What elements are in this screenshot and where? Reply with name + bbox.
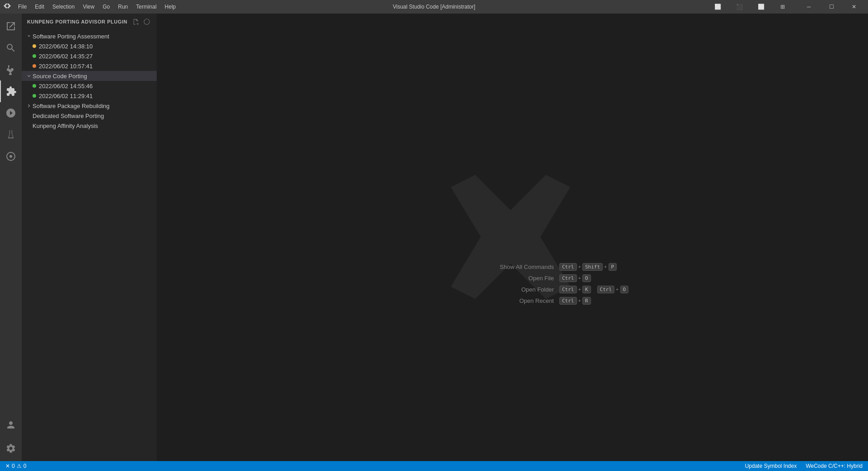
porting-1-label: 2022/06/02 14:55:46 bbox=[39, 83, 153, 89]
vscode-icon bbox=[4, 3, 11, 10]
tree-item-kunpeng-affinity[interactable]: Kunpeng Affinity Analysis bbox=[22, 121, 157, 131]
kbd-shift: Shift bbox=[582, 263, 602, 271]
menu-file[interactable]: File bbox=[14, 3, 30, 11]
kunpeng-affinity-label: Kunpeng Affinity Analysis bbox=[33, 122, 153, 129]
activity-settings[interactable] bbox=[0, 438, 22, 459]
activity-bar bbox=[0, 14, 22, 461]
sidebar-header-actions bbox=[131, 17, 151, 26]
shortcut-show-all-commands: Show All Commands Ctrl + Shift + P bbox=[499, 263, 628, 271]
layout-btn-1[interactable]: ⬜ bbox=[707, 0, 728, 14]
close-button[interactable]: ✕ bbox=[844, 0, 864, 14]
main-container: KUNPENG PORTING ADVISOR PLUGIN Software … bbox=[0, 14, 868, 461]
dedicated-software-porting-label: Dedicated Software Porting bbox=[33, 113, 153, 119]
layout-btn-4[interactable]: ⊞ bbox=[772, 0, 793, 14]
update-symbol-index-label: Update Symbol Index bbox=[745, 463, 797, 469]
error-icon: ✕ bbox=[5, 463, 10, 469]
tree-item-dedicated-software-porting[interactable]: Dedicated Software Porting bbox=[22, 111, 157, 121]
tree-item-assessment-2[interactable]: 2022/06/02 14:35:27 bbox=[22, 51, 157, 61]
menu-edit[interactable]: Edit bbox=[31, 3, 48, 11]
new-file-button[interactable] bbox=[131, 17, 140, 26]
svg-point-0 bbox=[9, 155, 12, 158]
tree-item-software-porting-assessment[interactable]: Software Porting Assessment bbox=[22, 31, 157, 41]
chevron-down-icon-2 bbox=[25, 72, 33, 80]
kbd-ctrl-3: Ctrl bbox=[559, 286, 577, 293]
chevron-right-icon bbox=[25, 102, 33, 109]
menu-help[interactable]: Help bbox=[161, 3, 180, 11]
kbd-r: R bbox=[582, 297, 591, 305]
open-file-keys: Ctrl + O bbox=[559, 274, 591, 282]
status-dot-yellow bbox=[33, 44, 36, 48]
update-symbol-index[interactable]: Update Symbol Index bbox=[743, 463, 798, 469]
kbd-ctrl-4: Ctrl bbox=[597, 286, 615, 293]
kbd-p-1: P bbox=[608, 263, 617, 271]
sidebar: KUNPENG PORTING ADVISOR PLUGIN Software … bbox=[22, 14, 157, 461]
kbd-k: K bbox=[582, 286, 591, 293]
activity-run-debug[interactable] bbox=[0, 102, 22, 124]
tree-item-assessment-3[interactable]: 2022/06/02 10:57:41 bbox=[22, 61, 157, 71]
menu-run[interactable]: Run bbox=[114, 3, 131, 11]
language-mode[interactable]: WeCode C/C++: Hybrid bbox=[804, 463, 864, 469]
activity-search[interactable] bbox=[0, 37, 22, 59]
activity-extensions[interactable] bbox=[0, 80, 22, 102]
activity-explorer[interactable] bbox=[0, 15, 22, 37]
language-mode-label: WeCode C/C++: Hybrid bbox=[806, 463, 863, 469]
new-report-icon[interactable] bbox=[138, 72, 145, 80]
layout-btn-2[interactable]: ⬛ bbox=[729, 0, 750, 14]
activity-bar-bottom bbox=[0, 414, 22, 459]
warning-icon: ⚠ bbox=[17, 463, 22, 469]
shortcut-open-file: Open File Ctrl + O bbox=[499, 274, 628, 282]
sidebar-title: KUNPENG PORTING ADVISOR PLUGIN bbox=[27, 19, 127, 24]
status-dot-green-2 bbox=[33, 84, 36, 88]
kbd-ctrl-5: Ctrl bbox=[559, 297, 577, 305]
status-errors[interactable]: ✕ 0 ⚠ 0 bbox=[4, 463, 28, 469]
status-dot-green-3 bbox=[33, 94, 36, 98]
title-bar-left: File Edit Selection View Go Run Terminal… bbox=[4, 3, 179, 11]
menu-view[interactable]: View bbox=[79, 3, 98, 11]
kbd-ctrl-2: Ctrl bbox=[559, 274, 577, 282]
minimize-button[interactable]: ─ bbox=[798, 0, 819, 14]
open-folder-keys: Ctrl + K Ctrl + O bbox=[559, 286, 628, 293]
open-file-label: Open File bbox=[499, 275, 554, 282]
source-code-porting-label: Source Code Porting bbox=[33, 73, 138, 80]
tree-container: Software Porting Assessment 2022/06/02 1… bbox=[22, 29, 157, 461]
delete-icon[interactable] bbox=[146, 72, 153, 80]
menu-terminal[interactable]: Terminal bbox=[132, 3, 160, 11]
tree-item-porting-2[interactable]: 2022/06/02 11:29:41 bbox=[22, 91, 157, 101]
open-recent-keys: Ctrl + R bbox=[559, 297, 591, 305]
chevron-down-icon bbox=[25, 33, 33, 40]
kbd-o-1: O bbox=[582, 274, 591, 282]
tree-item-assessment-1[interactable]: 2022/06/02 14:38:10 bbox=[22, 41, 157, 51]
menu-go[interactable]: Go bbox=[99, 3, 113, 11]
software-porting-assessment-label: Software Porting Assessment bbox=[33, 33, 153, 40]
title-bar: File Edit Selection View Go Run Terminal… bbox=[0, 0, 868, 14]
status-bar-left: ✕ 0 ⚠ 0 bbox=[4, 463, 28, 469]
maximize-button[interactable]: ☐ bbox=[821, 0, 842, 14]
tree-item-software-package-rebuilding[interactable]: Software Package Rebuilding bbox=[22, 101, 157, 111]
activity-kunpeng[interactable] bbox=[0, 146, 22, 167]
open-recent-label: Open Recent bbox=[499, 297, 554, 304]
refresh-button[interactable] bbox=[142, 17, 151, 26]
tree-item-source-code-porting[interactable]: Source Code Porting bbox=[22, 71, 157, 81]
assessment-2-label: 2022/06/02 14:35:27 bbox=[39, 53, 153, 60]
activity-account[interactable] bbox=[0, 414, 22, 436]
window-controls: ⬜ ⬛ ⬜ ⊞ ─ ☐ ✕ bbox=[707, 0, 864, 14]
error-count: 0 bbox=[12, 463, 15, 469]
show-all-commands-keys: Ctrl + Shift + P bbox=[559, 263, 616, 271]
status-bar: ✕ 0 ⚠ 0 Update Symbol Index WeCode C/C++… bbox=[0, 461, 868, 471]
open-folder-label: Open Folder bbox=[499, 286, 554, 293]
status-dot-green bbox=[33, 54, 36, 58]
assessment-3-label: 2022/06/02 10:57:41 bbox=[39, 63, 153, 70]
kbd-o-2: O bbox=[620, 286, 629, 293]
activity-testing[interactable] bbox=[0, 124, 22, 146]
layout-btn-3[interactable]: ⬜ bbox=[751, 0, 771, 14]
shortcut-open-folder: Open Folder Ctrl + K Ctrl + O bbox=[499, 286, 628, 293]
window-title: Visual Studio Code [Administrator] bbox=[393, 4, 476, 10]
menu-bar: File Edit Selection View Go Run Terminal… bbox=[14, 3, 179, 11]
welcome-shortcuts: Show All Commands Ctrl + Shift + P Open … bbox=[499, 263, 628, 305]
porting-2-label: 2022/06/02 11:29:41 bbox=[39, 93, 153, 99]
menu-selection[interactable]: Selection bbox=[49, 3, 78, 11]
editor-area: Show All Commands Ctrl + Shift + P Open … bbox=[157, 14, 868, 461]
show-all-commands-label: Show All Commands bbox=[499, 264, 554, 270]
activity-source-control[interactable] bbox=[0, 59, 22, 80]
tree-item-porting-1[interactable]: 2022/06/02 14:55:46 bbox=[22, 81, 157, 91]
